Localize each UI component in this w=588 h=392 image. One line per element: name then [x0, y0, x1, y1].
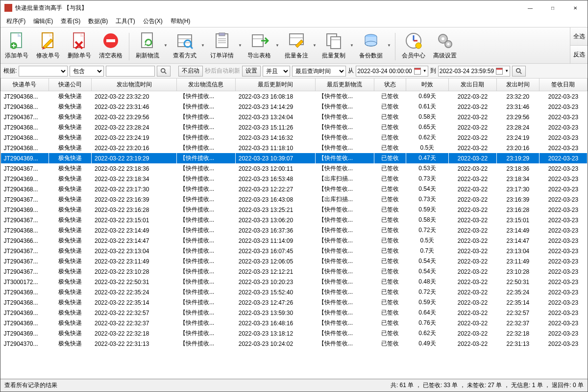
menu-item[interactable]: 程序(F) — [2, 16, 29, 26]
toolbar-detail-button[interactable]: 订单详情 — [207, 29, 237, 61]
minimize-button[interactable]: ― — [519, 0, 541, 15]
cell: 2022-03-23 — [539, 91, 587, 102]
table-row[interactable]: JT2904366...极兔快递2022-03-22 23:14:47【快件揽收… — [1, 235, 588, 246]
table-row[interactable]: JT2904368...极兔快递2022-03-22 22:35:14【快件揽收… — [1, 297, 588, 308]
column-header[interactable]: 快递公司 — [49, 78, 91, 91]
table-row[interactable]: JT2904368...极兔快递2022-03-22 23:31:46【快件揽收… — [1, 102, 588, 112]
column-header[interactable]: 发出物流时间 — [91, 78, 176, 91]
close-button[interactable]: ✕ — [564, 0, 587, 15]
table-row[interactable]: JT2904367...极兔快递2022-03-22 23:10:28【快件揽收… — [1, 266, 588, 277]
data-grid[interactable]: 快递单号快递公司发出物流时间发出物流信息最后更新时间最后更新物流状态时效发出日期… — [0, 78, 588, 379]
toolbar-label: 导出表格 — [247, 52, 271, 60]
menu-item[interactable]: 编辑(E) — [29, 16, 57, 26]
date-from-input[interactable]: 2022-03-24 00:00:00 ▼ — [356, 66, 428, 77]
filter-field-select[interactable] — [19, 66, 68, 77]
cell: 0.76天 — [406, 318, 448, 328]
chevron-down-icon[interactable]: ▼ — [164, 43, 169, 48]
table-row[interactable]: JT2904369...极兔快递2022-03-22 22:32:57【快件揽收… — [1, 308, 588, 318]
search-button-1[interactable] — [157, 66, 171, 77]
edit-icon — [38, 31, 58, 51]
select-all-button[interactable]: 全选 — [570, 27, 588, 46]
column-header[interactable]: 最后更新物流 — [315, 78, 374, 91]
cell: 已签收 — [374, 153, 406, 163]
invert-select-button[interactable]: 反选 — [570, 46, 588, 63]
cell: 2022-03-22 — [448, 308, 496, 318]
toolbar-label: 批量复制 — [322, 52, 345, 60]
table-row[interactable]: JT2904367...极兔快递2022-03-22 23:13:04【快件揽收… — [1, 246, 588, 256]
filter-value-input[interactable] — [106, 66, 155, 77]
table-row[interactable]: JT2904368...极兔快递2022-03-22 23:32:20【快件揽收… — [1, 91, 588, 102]
table-row[interactable]: JT3000172...极兔快递2022-03-22 22:50:31【快件揽收… — [1, 277, 588, 287]
chevron-down-icon[interactable]: ▼ — [201, 43, 206, 48]
date-to-input[interactable]: 2022-03-24 23:59:59 ▼ — [438, 66, 510, 77]
table-row[interactable]: JT2904369...极兔快递2022-03-22 23:16:28【快件揽收… — [1, 205, 588, 215]
search-button-2[interactable] — [512, 66, 526, 77]
filter-time-field-select[interactable]: 最后查询时间 — [292, 66, 346, 77]
toolbar-label: 刷新物流 — [136, 52, 159, 60]
toolbar-edit-button[interactable]: 修改单号 — [33, 29, 63, 61]
column-header[interactable]: 最后更新时间 — [235, 78, 315, 91]
table-row[interactable]: JT2904369...极兔快递2022-03-22 22:32:18【快件揽收… — [1, 328, 588, 339]
cell: 2022-03-23 16:53:48 — [235, 174, 315, 184]
table-row[interactable]: JT2904367...极兔快递2022-03-22 23:16:39【快件揽收… — [1, 194, 588, 205]
table-row[interactable]: JT2904368...极兔快递2022-03-22 23:20:16【快件揽收… — [1, 143, 588, 153]
column-header[interactable]: 时效 — [406, 78, 448, 91]
cell: 2022-03-23 — [539, 132, 587, 143]
table-row[interactable]: JT2904367...极兔快递2022-03-22 23:29:56【快件揽收… — [1, 112, 588, 122]
toolbar-refresh-button[interactable]: 刷新物流 — [132, 29, 163, 61]
cell: 【快件签收... — [315, 102, 374, 112]
table-row[interactable]: JT2904368...极兔快递2022-03-22 23:17:30【快件揽收… — [1, 184, 588, 194]
toolbar-del-button[interactable]: 删除单号 — [64, 29, 95, 61]
cell: 【快件揽收... — [177, 225, 236, 235]
menu-item[interactable]: 查看(S) — [57, 16, 84, 26]
menu-item[interactable]: 数据(B) — [84, 16, 112, 26]
toolbar-export-button[interactable]: 导出表格 — [244, 29, 274, 61]
table-row[interactable]: JT2904369...极兔快递2022-03-22 23:18:34【快件揽收… — [1, 174, 588, 184]
table-row[interactable]: JT2904367...极兔快递2022-03-22 23:18:36【快件揽收… — [1, 163, 588, 174]
toolbar-view-button[interactable]: 查看方式 — [170, 29, 200, 61]
column-header[interactable]: 快递单号 — [1, 78, 49, 91]
settings-button[interactable]: 设置 — [242, 66, 261, 77]
chevron-down-icon[interactable]: ▼ — [275, 43, 280, 48]
chevron-down-icon[interactable]: ▼ — [387, 43, 392, 48]
chevron-down-icon[interactable]: ▼ — [350, 43, 355, 48]
filter-op-select[interactable]: 包含 — [70, 66, 104, 77]
column-header[interactable]: 状态 — [374, 78, 406, 91]
chevron-down-icon[interactable]: ▼ — [313, 43, 318, 48]
no-start-button[interactable]: 不启动 — [178, 66, 203, 77]
menu-item[interactable]: 工具(T) — [112, 16, 139, 26]
menu-item[interactable]: 帮助(H) — [167, 16, 195, 26]
table-row[interactable]: JT2904367...极兔快递2022-03-22 23:11:49【快件揽收… — [1, 256, 588, 266]
toolbar-vip-button[interactable]: 会员中心 — [398, 29, 429, 61]
table-row[interactable]: JT2904369...极兔快递2022-03-22 23:19:29【快件揽收… — [1, 153, 588, 163]
table-row[interactable]: JT2904368...极兔快递2022-03-22 23:14:49【快件揽收… — [1, 225, 588, 235]
table-row[interactable]: JT2904368...极兔快递2022-03-22 23:24:19【快件揽收… — [1, 132, 588, 143]
column-header[interactable]: 发出时间 — [496, 78, 539, 91]
cell: 【快件签收... — [315, 132, 374, 143]
table-row[interactable]: JT2904369...极兔快递2022-03-22 22:32:37【快件揽收… — [1, 318, 588, 328]
filter-logic-select[interactable]: 并且 — [263, 66, 290, 77]
table-row[interactable]: JT2904369...极兔快递2022-03-22 22:35:24【快件揽收… — [1, 287, 588, 297]
column-header[interactable]: 发出物流信息 — [177, 78, 236, 91]
toolbar-clear-button[interactable]: 清空表格 — [96, 29, 126, 61]
toolbar-remark-button[interactable]: 批量备注 — [281, 29, 312, 61]
chevron-down-icon[interactable]: ▼ — [238, 43, 243, 48]
toolbar-add-button[interactable]: 添加单号 — [1, 29, 32, 61]
menu-item[interactable]: 公告(X) — [139, 16, 167, 26]
export-icon — [249, 31, 269, 51]
maximize-button[interactable]: □ — [541, 0, 564, 15]
toolbar-backup-button[interactable]: 备份数据 — [356, 29, 386, 61]
cell: 【快件签收... — [315, 205, 374, 215]
table-row[interactable]: JT2904367...极兔快递2022-03-22 23:15:01【快件揽收… — [1, 215, 588, 225]
cell: 已签收 — [374, 277, 406, 287]
toolbar-adv-button[interactable]: 高级设置 — [430, 29, 460, 61]
toolbar-copy-button[interactable]: 批量复制 — [318, 29, 349, 61]
date-to-text: 2022-03-24 23:59:59 — [440, 68, 494, 75]
cell: 2022-03-23 — [539, 163, 587, 174]
table-row[interactable]: JT2904370...极兔快递2022-03-22 22:31:13【快件揽收… — [1, 339, 588, 349]
cell: 极兔快递 — [49, 328, 91, 339]
app-icon — [4, 4, 12, 12]
column-header[interactable]: 签收日期 — [539, 78, 587, 91]
column-header[interactable]: 发出日期 — [448, 78, 496, 91]
table-row[interactable]: JT2904368...极兔快递2022-03-22 23:28:24【快件揽收… — [1, 122, 588, 132]
